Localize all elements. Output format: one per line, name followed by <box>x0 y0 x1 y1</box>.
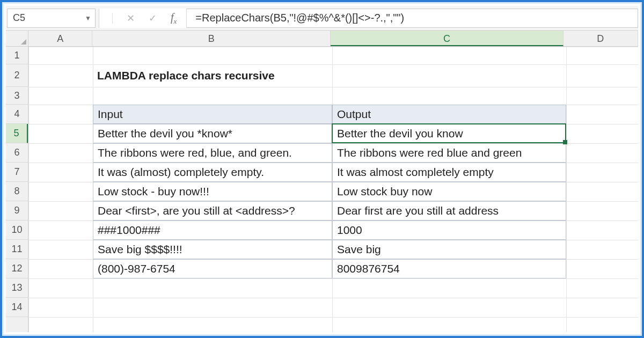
formula-input[interactable]: =ReplaceChars(B5,"!@#$%^&*()[]<>-?.,",""… <box>187 9 638 28</box>
cell-B9[interactable]: Dear <first>, are you still at <address>… <box>93 201 332 221</box>
enter-icon[interactable]: ✓ <box>149 13 157 23</box>
cell-B11[interactable]: Save big $$$$!!!! <box>93 240 332 259</box>
column-headers: ABCD <box>28 31 638 47</box>
cell-C7[interactable]: It was almost completely empty <box>332 163 566 182</box>
row-header-14[interactable]: 14 <box>6 298 28 317</box>
row-header-13[interactable]: 13 <box>6 278 28 298</box>
cell-B12[interactable]: (800)-987-6754 <box>93 259 332 278</box>
cell-C10[interactable]: 1000 <box>332 221 566 240</box>
select-all-corner[interactable] <box>6 31 28 47</box>
row-header-12[interactable]: 12 <box>6 259 28 278</box>
name-box[interactable]: C5 ▼ <box>7 9 96 28</box>
column-header-C[interactable]: C <box>331 31 564 46</box>
cell-B6[interactable]: The ribbons were red, blue, and green. <box>93 143 332 163</box>
cell-B8[interactable]: Low stock - buy now!!! <box>93 182 332 201</box>
row-headers: 1234567891011121314 <box>6 47 28 332</box>
cancel-icon[interactable]: ✕ <box>127 13 135 23</box>
name-box-dropdown-icon[interactable]: ▼ <box>81 14 95 22</box>
cell-C9[interactable]: Dear first are you still at address <box>332 201 566 221</box>
separator <box>112 13 113 24</box>
cell-C12[interactable]: 8009876754 <box>332 259 566 278</box>
formula-bar-icons: ✕ ✓ fx <box>99 9 187 28</box>
cell-B10[interactable]: ###1000### <box>93 221 332 240</box>
row-header-11[interactable]: 11 <box>6 240 28 259</box>
cells-area[interactable]: LAMBDA replace chars recursiveInputOutpu… <box>28 47 638 332</box>
formula-text: =ReplaceChars(B5,"!@#$%^&*()[]<>-?.,",""… <box>195 12 404 24</box>
row-header-9[interactable]: 9 <box>6 201 28 221</box>
row-header-3[interactable]: 3 <box>6 87 28 105</box>
cell-B7[interactable]: It was (almost) completely empty. <box>93 163 332 182</box>
cell-B5[interactable]: Better the devil you *know* <box>93 124 332 143</box>
row-header-4[interactable]: 4 <box>6 105 28 124</box>
row-header-8[interactable]: 8 <box>6 182 28 201</box>
table-header-output[interactable]: Output <box>332 105 566 124</box>
cell-C8[interactable]: Low stock buy now <box>332 182 566 201</box>
row-header-1[interactable]: 1 <box>6 47 28 64</box>
row-header-2[interactable]: 2 <box>6 64 28 87</box>
row-header-5[interactable]: 5 <box>6 124 28 143</box>
row-header-10[interactable]: 10 <box>6 221 28 240</box>
page-title[interactable]: LAMBDA replace chars recursive <box>93 64 332 87</box>
excel-window: C5 ▼ ✕ ✓ fx =ReplaceChars(B5,"!@#$%^&*()… <box>6 6 638 332</box>
cell-C5[interactable]: Better the devil you know <box>332 124 566 143</box>
name-box-value: C5 <box>8 12 81 24</box>
cell-C11[interactable]: Save big <box>332 240 566 259</box>
table-header-input[interactable]: Input <box>93 105 332 124</box>
column-header-A[interactable]: A <box>28 31 92 46</box>
column-header-D[interactable]: D <box>564 31 638 46</box>
row-header-7[interactable]: 7 <box>6 163 28 182</box>
worksheet-grid[interactable]: ABCD 1234567891011121314 LAMBDA replace … <box>6 31 638 332</box>
column-header-B[interactable]: B <box>92 31 331 46</box>
formula-bar: C5 ▼ ✕ ✓ fx =ReplaceChars(B5,"!@#$%^&*()… <box>6 6 638 31</box>
cell-C6[interactable]: The ribbons were red blue and green <box>332 143 566 163</box>
fx-icon[interactable]: fx <box>171 12 177 25</box>
row-header-6[interactable]: 6 <box>6 143 28 163</box>
